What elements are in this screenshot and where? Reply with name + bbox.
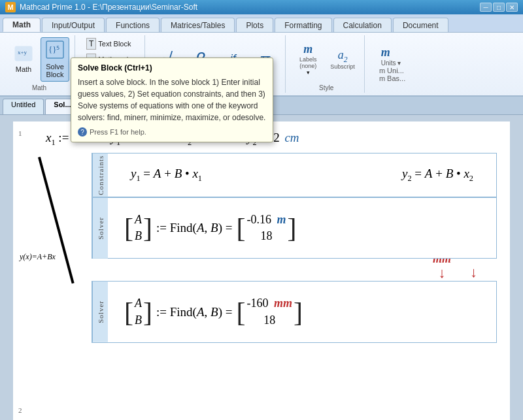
matrix-cell-a2: A bbox=[135, 296, 142, 311]
yx-label: y(x)=A+Bx bbox=[20, 252, 56, 262]
ribbon-group-units: m Units ▾ m Uni... m Bas... bbox=[367, 35, 414, 93]
solve-block-icon: {}⁵ bbox=[46, 40, 64, 63]
tooltip-body: Insert a solve block. In the solve block… bbox=[78, 76, 266, 123]
window-controls[interactable]: ─ □ ✕ bbox=[480, 3, 518, 12]
result-col-2: -160 mm 18 bbox=[246, 296, 292, 328]
tooltip-title: Solve Block (Ctrl+1) bbox=[78, 63, 266, 73]
bracket-left-1: [ bbox=[124, 214, 133, 242]
tab-plots[interactable]: Plots bbox=[236, 18, 273, 32]
math-icon: x+y bbox=[14, 46, 33, 65]
labels-button[interactable]: m Labels (none) ▾ bbox=[294, 40, 322, 78]
page-canvas[interactable]: 1 x1 := 2 cm y1 := 20 cm x2 := 1 cm y2 :… bbox=[0, 115, 523, 420]
tab-functions[interactable]: Functions bbox=[106, 18, 160, 32]
app-icon: M bbox=[5, 2, 16, 12]
help-icon: ? bbox=[78, 127, 87, 137]
bracket-right-2: ] bbox=[143, 299, 152, 326]
page-inner: 1 x1 := 2 cm y1 := 20 cm x2 := 1 cm y2 :… bbox=[13, 121, 510, 420]
text-block-icon: T bbox=[86, 38, 96, 50]
bracket-right-1: ] bbox=[143, 214, 152, 242]
result-bracket-right-2: ] bbox=[294, 299, 303, 326]
tooltip-solve-block: Solve Block (Ctrl+1) Insert a solve bloc… bbox=[71, 57, 273, 142]
matrix-cell-b2: B bbox=[135, 313, 142, 328]
result-matrix-1: [ -0.16 m 18 ] bbox=[236, 212, 296, 244]
labels-icon: m bbox=[303, 42, 312, 56]
solver-content-1: [ A B ] := Find(A, B) = [ bbox=[108, 198, 496, 259]
tab-calculation[interactable]: Calculation bbox=[333, 18, 392, 32]
arrow-between-blocks: ↓ bbox=[26, 264, 497, 281]
minimize-button[interactable]: ─ bbox=[480, 3, 492, 12]
unit-m-label: m bbox=[277, 213, 286, 226]
subscript-button[interactable]: a2 Subscript bbox=[326, 46, 359, 73]
solver-block-2: Solver [ A B ] := Find(A, B) = bbox=[92, 281, 497, 343]
svg-text:x+y: x+y bbox=[18, 49, 27, 56]
constraint-eq1: y1 = A + B • x1 bbox=[131, 167, 202, 184]
arrow-down-1: ↓ bbox=[438, 266, 445, 280]
constraints-content: y1 = A + B • x1 y2 = A + B • x2 bbox=[108, 153, 496, 197]
title-bar: M Mathcad Prime 1.0 - E:\Презентации\Sem… bbox=[0, 0, 523, 14]
solver-label-2: Solver bbox=[92, 282, 108, 342]
result-val-b1: 18 bbox=[260, 229, 272, 244]
tab-formatting[interactable]: Formatting bbox=[275, 18, 331, 32]
solver-block-1: Solver [ A B ] := Find(A, B) = bbox=[92, 197, 497, 259]
matrix-cell-a1: A bbox=[135, 212, 142, 227]
document-area: 1 x1 := 2 cm y1 := 20 cm x2 := 1 cm y2 :… bbox=[0, 115, 523, 420]
unit-mm-label: mm bbox=[274, 297, 292, 310]
ribbon-group-math-label: Math bbox=[32, 83, 46, 91]
units-button[interactable]: m Units ▾ m Uni... m Bas... bbox=[373, 43, 409, 85]
solver-matrix-1: [ A B ] bbox=[124, 212, 152, 244]
matrix-col-2: A B bbox=[135, 296, 142, 328]
tooltip-help-text: Press F1 for help. bbox=[90, 128, 146, 136]
app-title: Mathcad Prime 1.0 - E:\Презентации\Semin… bbox=[20, 3, 197, 12]
matrix-col-1: A B bbox=[135, 212, 142, 244]
solver-equation-2: [ A B ] := Find(A, B) = [ bbox=[118, 288, 486, 336]
solver-equation-1: [ A B ] := Find(A, B) = [ bbox=[118, 204, 486, 252]
doc-tab-untitled[interactable]: Untitled bbox=[3, 99, 44, 114]
result-bracket-left-1: [ bbox=[236, 214, 245, 242]
close-button[interactable]: ✕ bbox=[506, 3, 518, 12]
ribbon-group-symbols: m Labels (none) ▾ a2 Subscript Style bbox=[288, 35, 365, 93]
solver-label-1: Solver bbox=[92, 198, 108, 259]
math-button[interactable]: x+y Math bbox=[9, 43, 38, 76]
line-number-1: 1 bbox=[18, 129, 22, 137]
style-group-label: Style bbox=[319, 83, 333, 91]
solver-content-2: [ A B ] := Find(A, B) = [ bbox=[108, 282, 496, 342]
tab-document[interactable]: Document bbox=[393, 18, 448, 32]
constraints-equations: y1 = A + B • x1 y2 = A + B • x2 bbox=[118, 160, 486, 190]
constraints-label: Constraints bbox=[92, 153, 108, 197]
assign-op-2: := Find(A, B) = bbox=[156, 305, 232, 319]
math-label: Math bbox=[16, 65, 31, 73]
tab-inputoutput[interactable]: Input/Output bbox=[42, 18, 105, 32]
result-bracket-left-2: [ bbox=[236, 299, 245, 326]
result-col-1: -0.16 m 18 bbox=[246, 212, 286, 244]
tab-matrices[interactable]: Matrices/Tables bbox=[161, 18, 235, 32]
result-matrix-2: [ -160 mm 18 ] bbox=[236, 296, 303, 328]
solve-block-button[interactable]: {}⁵ Solve Block bbox=[41, 37, 69, 82]
result-val-a1: -0.16 m bbox=[246, 212, 286, 227]
text-block-button[interactable]: T Text Block bbox=[83, 37, 139, 51]
svg-text:{}⁵: {}⁵ bbox=[48, 44, 59, 54]
line-number-2: 2 bbox=[18, 406, 22, 414]
result-val-a2: -160 mm bbox=[246, 296, 292, 311]
result-val-b2: 18 bbox=[263, 313, 275, 328]
solver-matrix-2: [ A B ] bbox=[124, 296, 152, 328]
result-bracket-right-1: ] bbox=[287, 214, 296, 242]
subscript-icon: a2 bbox=[338, 48, 348, 64]
tab-math[interactable]: Math bbox=[3, 18, 41, 32]
text-block-label: Text Block bbox=[98, 40, 131, 48]
maximize-button[interactable]: □ bbox=[493, 3, 505, 12]
matrix-cell-b1: B bbox=[135, 229, 142, 244]
arrow-down-2: ↓ bbox=[470, 264, 477, 280]
solve-block-label2: Block bbox=[46, 71, 64, 78]
ribbon-group-math: x+y Math {}⁵ Solve Block Math bbox=[4, 35, 75, 93]
constraints-block: Constraints y1 = A + B • x1 y2 = A + B •… bbox=[92, 153, 497, 197]
solve-block-label: Solve bbox=[46, 63, 64, 71]
tooltip-help: ? Press F1 for help. bbox=[78, 127, 266, 137]
ribbon-tab-bar: Math Input/Output Functions Matrices/Tab… bbox=[0, 14, 523, 33]
title-left: M Mathcad Prime 1.0 - E:\Презентации\Sem… bbox=[5, 2, 197, 12]
bracket-left-2: [ bbox=[124, 299, 133, 326]
constraint-eq2: y2 = A + B • x2 bbox=[402, 167, 473, 184]
assign-op-1: := Find(A, B) = bbox=[156, 221, 232, 235]
